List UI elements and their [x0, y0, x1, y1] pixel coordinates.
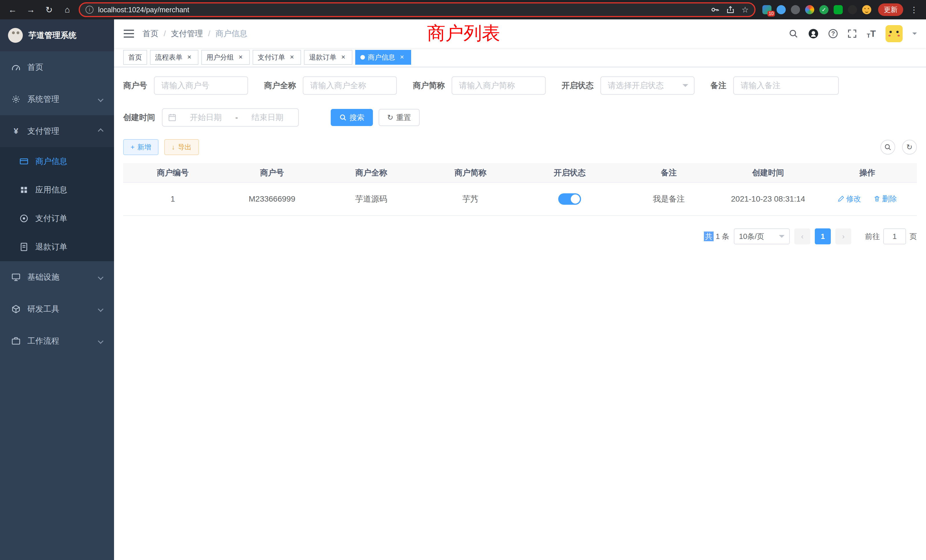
filter-merchant-no: 商户号 — [123, 76, 248, 95]
annotation-merchant-list: 商户列表 — [427, 23, 500, 43]
sidebar-item-payment[interactable]: ¥ 支付管理 — [0, 115, 114, 147]
prev-page-button[interactable]: ‹ — [794, 229, 810, 244]
password-key-icon[interactable] — [710, 5, 719, 14]
sidebar-item-dev-tools[interactable]: 研发工具 — [0, 293, 114, 325]
user-avatar[interactable] — [885, 25, 903, 42]
github-icon[interactable] — [808, 28, 819, 39]
breadcrumb-separator: / — [208, 29, 210, 38]
extension-icon-5[interactable]: ✓ — [819, 5, 829, 14]
tab-home[interactable]: 首页 — [123, 50, 147, 65]
browser-reload-button[interactable]: ↻ — [42, 3, 56, 17]
extension-icon-2[interactable] — [776, 5, 786, 14]
url-text: localhost:1024/pay/merchant — [98, 6, 189, 14]
breadcrumb-home[interactable]: 首页 — [142, 28, 159, 39]
refresh-table-button[interactable]: ↻ — [902, 140, 917, 154]
short-name-input[interactable] — [452, 76, 546, 95]
tab-payment-orders[interactable]: 支付订单 × — [253, 50, 301, 65]
extension-icon-1[interactable]: 10 — [763, 5, 772, 14]
status-select[interactable]: 请选择开启状态 — [601, 76, 694, 95]
sidebar-item-infrastructure[interactable]: 基础设施 — [0, 261, 114, 293]
remark-input[interactable] — [733, 76, 839, 95]
browser-back-button[interactable]: ← — [6, 3, 20, 17]
app-title: 芋道管理系统 — [29, 30, 76, 41]
breadcrumb-separator: / — [163, 29, 166, 38]
chevron-down-icon — [98, 338, 103, 344]
full-name-input[interactable] — [303, 76, 397, 95]
tab-close-icon[interactable]: × — [288, 53, 296, 61]
sidebar-item-label: 首页 — [27, 62, 43, 73]
filter-actions: 搜索 ↻ 重置 — [315, 109, 420, 126]
help-icon[interactable]: ? — [829, 29, 838, 38]
search-button[interactable]: 搜索 — [331, 109, 373, 126]
current-page-button[interactable]: 1 — [815, 229, 831, 244]
col-header-status: 开启状态 — [520, 163, 619, 183]
tab-label: 支付订单 — [258, 53, 285, 62]
active-tab-dot — [360, 55, 365, 60]
cell-status — [520, 183, 619, 216]
col-header-short-name: 商户简称 — [421, 163, 520, 183]
date-range-picker[interactable]: 开始日期 - 结束日期 — [162, 108, 299, 127]
export-button[interactable]: ↓ 导出 — [164, 139, 199, 155]
sidebar-item-label: 系统管理 — [27, 94, 59, 104]
page-size-select[interactable]: 10条/页 — [734, 229, 790, 244]
tab-close-icon[interactable]: × — [339, 53, 347, 61]
edit-link[interactable]: 修改 — [838, 194, 861, 204]
profile-avatar-icon[interactable] — [862, 5, 871, 14]
chevron-down-icon — [779, 235, 785, 241]
tab-close-icon[interactable]: × — [185, 53, 193, 61]
sidebar-item-merchant-info[interactable]: 商户信息 — [0, 147, 114, 176]
share-icon[interactable] — [726, 5, 735, 14]
site-info-icon[interactable]: i — [86, 6, 94, 14]
delete-link[interactable]: 删除 — [873, 194, 897, 204]
document-icon — [20, 242, 29, 251]
extension-icon-3[interactable] — [791, 5, 800, 14]
filter-status: 开启状态 请选择开启状态 — [561, 76, 694, 95]
extension-icon-6[interactable] — [834, 5, 843, 14]
tab-refund-orders[interactable]: 退款订单 × — [304, 50, 353, 65]
filter-label: 开启状态 — [561, 80, 593, 91]
sidebar-logo[interactable]: 芋道管理系统 — [0, 20, 114, 51]
table-header-row: 商户编号 商户号 商户全称 商户简称 开启状态 备注 创建时间 操作 — [123, 163, 917, 183]
gear-icon — [11, 95, 21, 104]
extension-icon-4[interactable] — [805, 5, 814, 14]
merchant-no-input[interactable] — [154, 76, 248, 95]
breadcrumb-payment[interactable]: 支付管理 — [171, 28, 203, 39]
search-icon[interactable] — [788, 29, 798, 38]
browser-forward-button[interactable]: → — [24, 3, 38, 17]
yen-icon: ¥ — [11, 127, 21, 136]
sidebar-item-app-info[interactable]: 应用信息 — [0, 176, 114, 204]
cell-merchant-no: M233666999 — [222, 183, 322, 216]
tab-close-icon[interactable]: × — [237, 53, 245, 61]
bookmark-star-icon[interactable]: ☆ — [741, 5, 749, 15]
sidebar-item-workflow[interactable]: 工作流程 — [0, 325, 114, 357]
sidebar-item-refund-orders[interactable]: 退款订单 — [0, 233, 114, 261]
extension-icon-7[interactable] — [848, 5, 857, 14]
tab-user-group[interactable]: 用户分组 × — [201, 50, 250, 65]
browser-home-button[interactable]: ⌂ — [61, 3, 74, 17]
tab-label: 首页 — [128, 53, 142, 62]
filter-row-2: 创建时间 开始日期 - 结束日期 搜索 — [123, 108, 917, 127]
browser-menu-icon[interactable]: ⋮ — [908, 5, 920, 15]
page-unit-label: 页 — [909, 232, 917, 242]
filter-remark: 备注 — [710, 76, 839, 95]
tab-process-form[interactable]: 流程表单 × — [150, 50, 198, 65]
sidebar-item-system[interactable]: 系统管理 — [0, 83, 114, 115]
sidebar-item-home[interactable]: 首页 — [0, 51, 114, 83]
browser-update-button[interactable]: 更新 — [878, 3, 903, 16]
add-button[interactable]: + 新增 — [123, 139, 159, 155]
font-size-icon[interactable]: TT — [867, 29, 876, 39]
tab-close-icon[interactable]: × — [398, 53, 406, 61]
tab-merchant-info[interactable]: 商户信息 × — [355, 50, 411, 65]
address-bar[interactable]: i localhost:1024/pay/merchant ☆ — [79, 2, 755, 17]
sidebar-item-payment-orders[interactable]: 支付订单 — [0, 204, 114, 233]
next-page-button[interactable]: › — [835, 229, 851, 244]
status-toggle[interactable] — [558, 193, 581, 205]
user-menu-caret-icon[interactable] — [912, 32, 917, 37]
reset-button[interactable]: ↻ 重置 — [378, 109, 420, 126]
show-search-button[interactable] — [881, 140, 895, 154]
fullscreen-icon[interactable] — [847, 29, 857, 38]
sidebar-toggle-icon[interactable] — [123, 28, 135, 39]
goto-page-input[interactable] — [883, 229, 906, 244]
breadcrumb: 首页 / 支付管理 / 商户信息 — [142, 28, 247, 39]
target-icon — [20, 214, 29, 223]
